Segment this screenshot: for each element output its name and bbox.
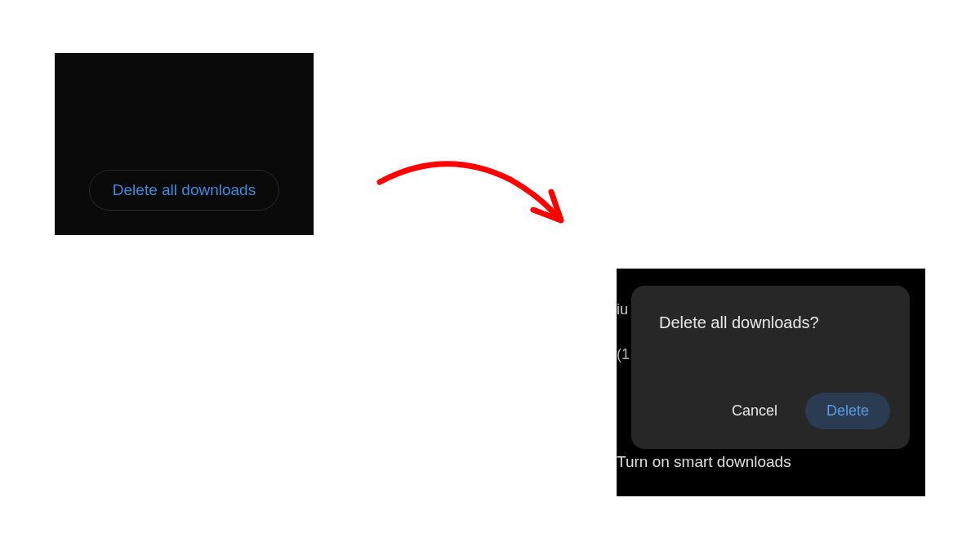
background-text-fragment: (1 [617, 346, 630, 363]
confirm-dialog: Delete all downloads? Cancel Delete [631, 286, 910, 449]
cancel-button[interactable]: Cancel [717, 394, 792, 428]
dialog-button-row: Cancel Delete [651, 393, 890, 429]
delete-all-downloads-button[interactable]: Delete all downloads [89, 170, 279, 211]
delete-button[interactable]: Delete [805, 393, 890, 429]
dialog-title: Delete all downloads? [659, 313, 890, 332]
arrow-icon [372, 151, 580, 241]
delete-all-button-label: Delete all downloads [113, 181, 256, 198]
annotation-arrow [372, 151, 580, 233]
dialog-panel-crop: iu (1 Turn on smart downloads Delete all… [617, 269, 925, 496]
cancel-button-label: Cancel [732, 402, 777, 419]
background-text-fragment: iu [617, 301, 628, 318]
delete-button-label: Delete [826, 402, 869, 419]
settings-panel-crop: Delete all downloads [55, 53, 314, 235]
background-text-smart-downloads: Turn on smart downloads [617, 453, 791, 471]
